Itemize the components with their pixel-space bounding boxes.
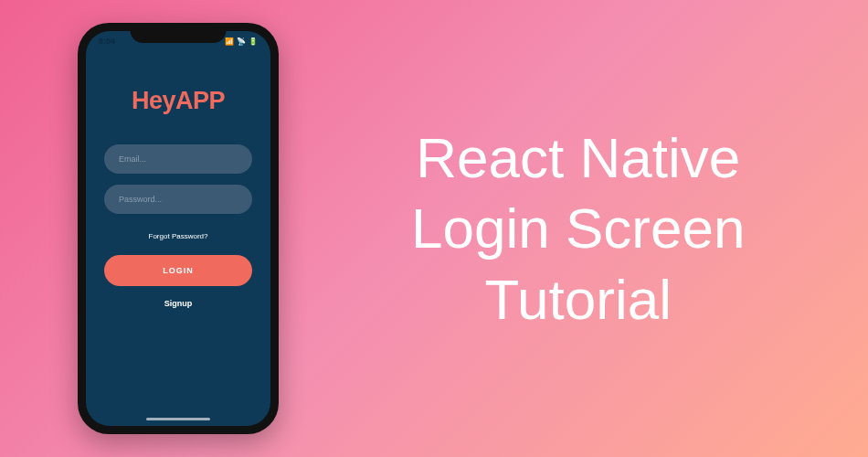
status-right: 📶 📡 🔋 [225,37,258,46]
email-input[interactable] [104,144,252,174]
title-line-1: React Native [411,122,745,194]
title-line-2: Login Screen [411,193,745,264]
home-indicator [146,418,210,420]
battery-icon: 🔋 [249,37,258,46]
title-line-3: Tutorial [411,264,745,335]
login-button[interactable]: LOGIN [104,255,252,286]
forgot-password-link[interactable]: Forgot Password? [149,232,208,240]
signal-icon: 📶 [225,37,234,46]
password-input[interactable] [104,185,252,214]
phone-notch [131,23,227,43]
status-time: 8:04 [99,37,115,46]
tutorial-title: React Native Login Screen Tutorial [411,122,745,335]
signup-link[interactable]: Signup [164,299,193,308]
phone-screen: 8:04 📶 📡 🔋 HeyAPP Forgot Password? LOGIN… [86,31,270,426]
phone-mockup: 8:04 📶 📡 🔋 HeyAPP Forgot Password? LOGIN… [78,23,279,434]
login-form: HeyAPP Forgot Password? LOGIN Signup [86,46,270,308]
app-logo: HeyAPP [132,87,225,115]
wifi-icon: 📡 [237,37,246,46]
